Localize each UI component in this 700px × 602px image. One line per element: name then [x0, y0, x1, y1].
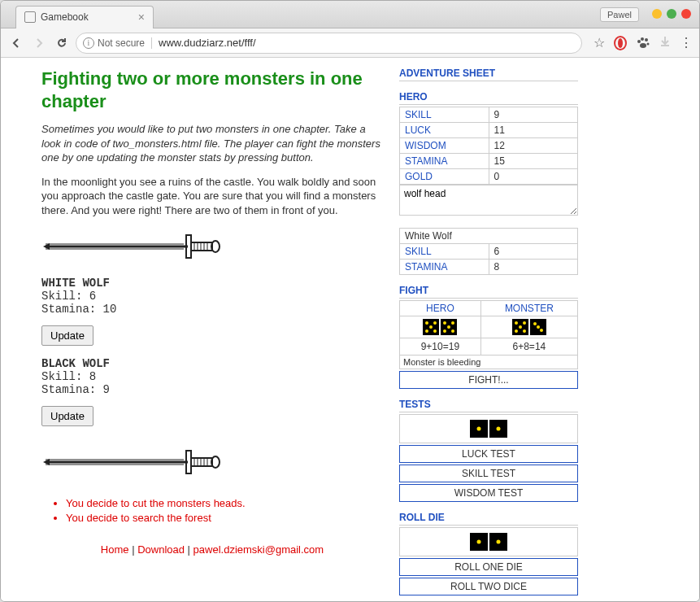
adventure-sheet-header: ADVENTURE SHEET — [399, 68, 578, 81]
svg-point-33 — [433, 321, 437, 325]
fight-table: HERO MONSTER 9+10=19 — [399, 300, 578, 356]
svg-point-47 — [515, 329, 518, 333]
choice-item: You decide to search the forest — [66, 512, 383, 524]
url-text: www.dudziarz.net/fff/ — [159, 37, 255, 49]
address-bar[interactable]: i Not secure www.dudziarz.net/fff/ — [76, 33, 582, 54]
back-button[interactable] — [7, 34, 25, 52]
monster-1-skill: Skill: 6 — [41, 290, 383, 303]
svg-point-58 — [477, 540, 481, 544]
svg-point-60 — [497, 540, 501, 544]
roll-one-button[interactable]: ROLL ONE DIE — [399, 558, 578, 576]
page-icon — [24, 11, 36, 23]
email-link[interactable]: pawel.dziemski@gmail.com — [193, 543, 324, 556]
roll-two-button[interactable]: ROLL TWO DICE — [399, 578, 578, 595]
security-indicator[interactable]: i Not secure — [83, 37, 152, 49]
enemy-stamina-value: 8 — [489, 260, 578, 275]
story-paragraph: In the moonlight you see a ruins of the … — [41, 175, 383, 218]
hero-stamina-value: 15 — [489, 154, 578, 169]
security-label: Not secure — [98, 37, 145, 49]
fight-monster-col: MONSTER — [480, 301, 577, 316]
svg-point-50 — [533, 322, 537, 325]
hero-luck-label: LUCK — [400, 123, 489, 138]
svg-point-35 — [425, 329, 428, 333]
enemy-skill-value: 6 — [489, 244, 578, 260]
reload-button[interactable] — [53, 34, 71, 52]
tab-title: Gamebook — [41, 11, 138, 23]
wisdom-test-button[interactable]: WISDOM TEST — [399, 484, 578, 502]
hero-dice — [402, 319, 478, 335]
tests-dice-area — [399, 414, 578, 443]
monster-2-skill: Skill: 8 — [41, 370, 383, 383]
hero-skill-value: 9 — [489, 107, 578, 123]
hero-notes-input[interactable] — [399, 185, 578, 216]
svg-point-46 — [519, 325, 522, 329]
svg-point-52 — [540, 329, 543, 332]
svg-point-34 — [429, 325, 433, 329]
bookmark-star-icon[interactable]: ☆ — [593, 35, 605, 50]
fight-status: Monster is bleeding — [399, 356, 578, 369]
enemy-stats-table: White Wolf SKILL6 STAMINA8 — [399, 228, 578, 275]
download-link[interactable]: Download — [137, 543, 185, 556]
hero-luck-value: 11 — [489, 123, 578, 138]
download-icon[interactable] — [659, 35, 672, 51]
hero-wisdom-label: WISDOM — [400, 138, 489, 154]
maximize-icon[interactable] — [667, 9, 676, 19]
choice-link-2[interactable]: You decide to search the forest — [66, 512, 211, 524]
svg-point-1 — [618, 38, 623, 48]
svg-point-48 — [523, 329, 526, 333]
monster-2-stamina: Stamina: 9 — [41, 383, 383, 396]
window-controls — [652, 9, 691, 19]
update-monster-2-button[interactable]: Update — [41, 406, 93, 426]
intro-paragraph: Sometimes you would like to put two mons… — [41, 122, 383, 165]
browser-tab[interactable]: Gamebook × — [15, 6, 154, 28]
tests-header: TESTS — [399, 399, 578, 412]
fight-hero-col: HERO — [400, 301, 481, 316]
svg-point-3 — [637, 40, 641, 43]
update-monster-1-button[interactable]: Update — [41, 325, 93, 346]
monster-calc: 6+8=14 — [480, 338, 577, 356]
info-icon: i — [83, 37, 94, 49]
die-icon — [489, 420, 507, 438]
sword-divider-icon — [41, 230, 383, 265]
svg-point-6 — [647, 42, 650, 45]
luck-test-button[interactable]: LUCK TEST — [399, 445, 578, 463]
roll-header: ROLL DIE — [399, 512, 578, 526]
window-titlebar: Gamebook × Pawel — [1, 1, 699, 28]
die-icon — [470, 533, 488, 551]
hero-stats-table: SKILL9 LUCK11 WISDOM12 STAMINA15 GOLD0 — [399, 107, 578, 185]
profile-badge[interactable]: Pawel — [600, 7, 639, 22]
extension-icon[interactable] — [613, 36, 628, 50]
svg-point-45 — [523, 321, 526, 325]
svg-point-2 — [640, 43, 646, 48]
close-tab-icon[interactable]: × — [138, 11, 145, 24]
svg-point-44 — [515, 321, 518, 325]
monster-2-name: BLACK WOLF — [41, 357, 383, 370]
home-link[interactable]: Home — [101, 543, 129, 556]
enemy-stamina-label: STAMINA — [400, 260, 489, 275]
page-title: Fighting two or more monsters in one cha… — [41, 68, 383, 112]
svg-point-56 — [497, 427, 501, 431]
svg-point-32 — [425, 321, 428, 325]
monster-1-stamina: Stamina: 10 — [41, 303, 383, 316]
hero-wisdom-value: 12 — [489, 138, 578, 154]
minimize-icon[interactable] — [652, 9, 662, 19]
hero-skill-label: SKILL — [400, 107, 489, 123]
hero-header: HERO — [399, 91, 578, 105]
monster-dice — [484, 319, 575, 335]
svg-point-4 — [641, 37, 644, 41]
close-window-icon[interactable] — [681, 9, 691, 19]
choice-link-1[interactable]: You decide to cut the monsters heads. — [66, 497, 246, 509]
svg-point-41 — [443, 329, 446, 333]
forward-button — [30, 34, 48, 52]
sword-divider-icon — [41, 446, 383, 481]
footer-links: Home | Download | pawel.dziemski@gmail.c… — [41, 543, 383, 556]
hero-stamina-label: STAMINA — [400, 154, 489, 169]
die-icon — [470, 420, 488, 438]
gnome-paw-icon[interactable] — [636, 36, 650, 50]
svg-point-51 — [537, 325, 540, 329]
skill-test-button[interactable]: SKILL TEST — [399, 465, 578, 482]
fight-button[interactable]: FIGHT!... — [399, 371, 578, 389]
kebab-menu-icon[interactable]: ⋮ — [680, 35, 693, 50]
hero-gold-label: GOLD — [400, 169, 489, 185]
monster-1-name: WHITE WOLF — [41, 277, 383, 290]
